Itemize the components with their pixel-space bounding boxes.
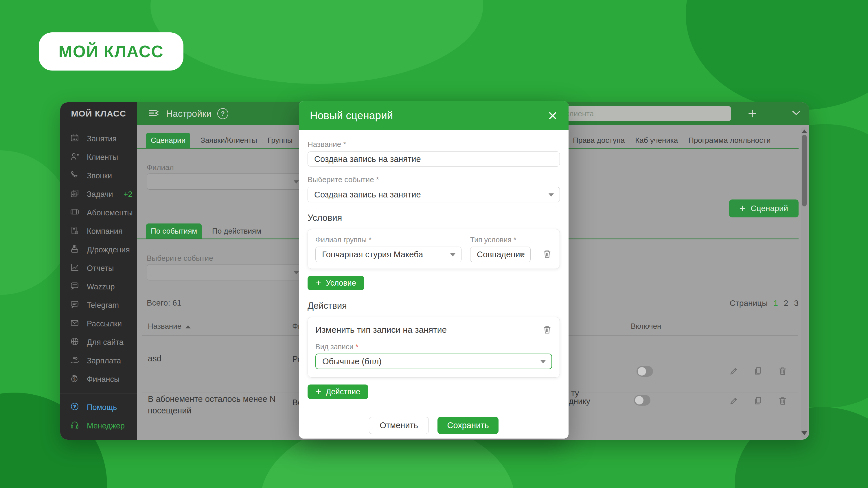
headset-icon — [70, 420, 79, 432]
sidebar-item-telegram[interactable]: Telegram — [60, 296, 137, 315]
sidebar-item-site[interactable]: Для сайта — [60, 333, 137, 352]
sidebar-item-mailings[interactable]: Рассылки — [60, 315, 137, 333]
event-filter-select[interactable] — [147, 264, 305, 281]
row2-clipped-text-2: днику — [569, 397, 590, 406]
section-tabs-right: Права доступа Каб ученика Программа лоял… — [573, 133, 771, 148]
branch-filter-select[interactable] — [147, 173, 305, 190]
record-kind-select[interactable]: Обычные (бпл) — [315, 354, 552, 369]
caret-down-icon — [294, 271, 299, 274]
plus-icon: + — [316, 278, 321, 289]
svg-text:?: ? — [73, 404, 76, 409]
tasks-badge-plus: +2 — [124, 190, 132, 199]
event-field-label: Выберите событие * — [308, 175, 560, 184]
row1-enabled-toggle[interactable] — [637, 366, 653, 377]
ticket-icon — [70, 207, 79, 219]
sort-asc-icon[interactable] — [185, 325, 191, 328]
sidebar-item-clients[interactable]: Клиенты — [60, 148, 137, 166]
tab-scenarios[interactable]: Сценарии — [146, 133, 190, 148]
tasks-icon — [70, 189, 79, 200]
caret-down-icon — [519, 253, 525, 256]
add-condition-button[interactable]: + Условие — [308, 276, 364, 290]
close-icon[interactable] — [548, 111, 558, 121]
building-icon — [70, 226, 79, 237]
condition-branch-select[interactable]: Гончарная стурия Макеба — [315, 247, 462, 262]
sidebar-item-help[interactable]: ? Помощь — [60, 398, 137, 417]
toggle-knob — [638, 367, 646, 376]
row1-name: asd — [148, 354, 161, 363]
delete-action-icon[interactable] — [542, 324, 552, 336]
scrollbar-thumb[interactable] — [802, 135, 807, 206]
sidebar-item-finance[interactable]: $ Финансы — [60, 370, 137, 389]
save-button[interactable]: Сохранить — [437, 417, 498, 434]
sidebar-item-salary[interactable]: Зарплата — [60, 352, 137, 370]
tab-student-cabinet[interactable]: Каб ученика — [635, 133, 678, 148]
chat-icon — [70, 300, 79, 311]
help-icon[interactable]: ? — [217, 108, 228, 119]
calendar-icon — [70, 133, 79, 144]
sidebar-brand: МОЙ КЛАСС — [60, 102, 137, 125]
person-icon — [70, 152, 79, 163]
row2-name: В абонементе осталось менее N посещений — [148, 393, 301, 416]
sidebar-item-wazzup[interactable]: Wazzup — [60, 278, 137, 296]
scroll-down-icon[interactable] — [802, 431, 807, 435]
phone-icon — [70, 170, 79, 182]
tab-groups[interactable]: Группы — [268, 133, 293, 148]
row1-copy-icon[interactable] — [753, 366, 763, 376]
record-kind-label: Вид записи * — [315, 343, 552, 351]
row1-delete-icon[interactable] — [778, 366, 787, 376]
column-header-name: Название — [148, 322, 191, 331]
svg-text:$: $ — [73, 377, 75, 381]
collapse-menu-icon[interactable] — [148, 108, 160, 119]
tab-access-rights[interactable]: Права доступа — [573, 133, 625, 148]
chart-icon — [70, 263, 79, 274]
sidebar-item-tasks[interactable]: Задачи +2/2 — [60, 185, 137, 203]
required-asterisk: * — [355, 343, 358, 351]
row2-delete-icon[interactable] — [778, 396, 787, 406]
sidebar-item-birthdays[interactable]: Д/рождения — [60, 240, 137, 259]
cake-icon — [70, 244, 79, 256]
add-action-button[interactable]: + Действие — [308, 385, 368, 399]
sidebar-item-company[interactable]: Компания — [60, 222, 137, 240]
tab-loyalty-program[interactable]: Программа лояльности — [688, 133, 771, 148]
globe-icon — [70, 337, 79, 348]
add-icon[interactable]: + — [748, 106, 756, 121]
sidebar-item-lessons[interactable]: Занятия — [60, 130, 137, 148]
action-card: Изменить тип записи на занятие Вид запис… — [308, 317, 560, 378]
add-scenario-button[interactable]: + Сценарий — [729, 199, 799, 218]
bg-blob-top-right-dark — [686, 0, 868, 110]
tab-by-events[interactable]: По событиям — [146, 224, 202, 238]
condition-branch-label: Филиал группы * — [315, 236, 462, 244]
row2-edit-icon[interactable] — [729, 396, 739, 406]
row2-enabled-toggle[interactable] — [634, 395, 650, 405]
brand-logo-text: МОЙ КЛАСС — [58, 42, 163, 61]
sidebar-item-calls[interactable]: Звонки — [60, 166, 137, 185]
row1-edit-icon[interactable] — [729, 366, 739, 376]
vertical-scrollbar[interactable] — [801, 127, 808, 438]
brand-logo: МОЙ КЛАСС — [39, 32, 183, 70]
event-select[interactable]: Создана запись на занятие — [308, 187, 560, 202]
chevron-down-icon[interactable] — [792, 110, 801, 117]
bg-blob-top-light — [151, 0, 483, 84]
new-scenario-modal: Новый сценарий Название * Выберите событ… — [299, 101, 568, 438]
caret-down-icon — [294, 181, 299, 184]
modal-footer: Отменить Сохранить — [308, 417, 560, 434]
help-circle-icon: ? — [70, 402, 79, 413]
sidebar-item-subscriptions[interactable]: Абонементы — [60, 203, 137, 222]
scenario-name-input[interactable] — [308, 152, 560, 166]
tab-by-actions[interactable]: По действиям — [212, 224, 261, 238]
tab-leads-clients[interactable]: Заявки/Клиенты — [200, 133, 257, 148]
condition-type-select[interactable]: Совпадение — [470, 247, 531, 262]
scroll-up-icon[interactable] — [802, 130, 807, 133]
mode-tabs: По событиям По действиям — [146, 224, 261, 238]
row2-copy-icon[interactable] — [753, 396, 763, 406]
sidebar: МОЙ КЛАСС Занятия Клиенты Звонки Задачи … — [60, 102, 137, 440]
page-3[interactable]: 3 — [794, 299, 799, 308]
page-1[interactable]: 1 — [773, 299, 778, 308]
cancel-button[interactable]: Отменить — [369, 417, 429, 434]
delete-condition-icon[interactable] — [542, 248, 552, 260]
sidebar-item-reports[interactable]: Отчеты — [60, 259, 137, 278]
sidebar-item-manager[interactable]: Менеджер — [60, 417, 137, 435]
actions-heading: Действия — [308, 301, 560, 311]
page-2[interactable]: 2 — [784, 299, 788, 308]
caret-down-icon — [549, 193, 554, 197]
